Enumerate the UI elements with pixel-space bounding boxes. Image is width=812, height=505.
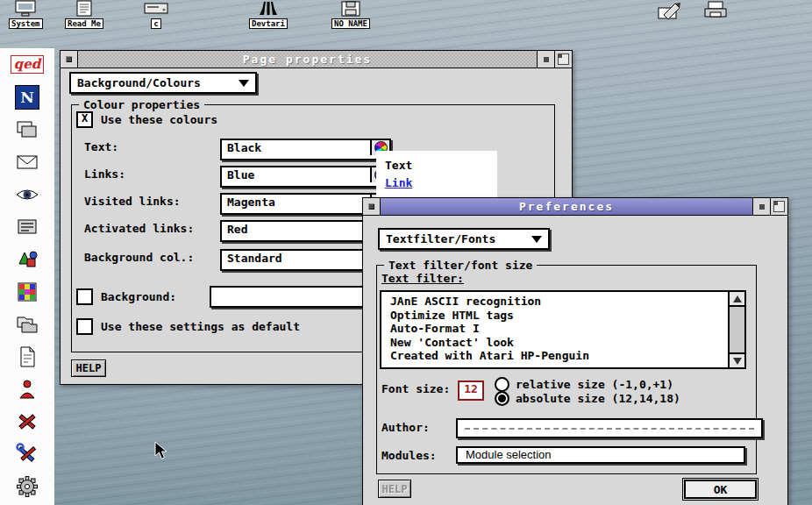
qed-logo: qed: [11, 55, 45, 74]
desktop-icon-devtari[interactable]: Devtari: [249, 0, 288, 29]
absolute-size-radio[interactable]: absolute size (12,14,18): [495, 391, 680, 406]
activated-links-colour-label: Activated links:: [84, 222, 194, 236]
window-title: Page properties: [78, 51, 537, 68]
fuller-icon: [773, 201, 785, 212]
dock-item-cardfile[interactable]: [0, 113, 54, 146]
iconify-button[interactable]: [752, 198, 770, 215]
gear-icon: [15, 474, 39, 499]
popup-label: Background/Colours: [77, 76, 201, 89]
dock-item-assistant[interactable]: [0, 373, 54, 405]
card-index-icon: [15, 117, 39, 142]
author-label: Author:: [381, 421, 430, 435]
disk-drive-icon: [142, 0, 170, 18]
dock-item-viewer[interactable]: [0, 178, 54, 210]
eye-icon: [15, 182, 39, 207]
printer-icon: [702, 0, 730, 21]
desktop-icon-label: Devtari: [249, 18, 288, 29]
textfilter-fonts-popup[interactable]: Textfilter/Fonts: [378, 228, 550, 250]
pencil-paper-icon: [656, 0, 682, 21]
red-figure-icon: [15, 377, 39, 402]
text-filter-list: JAnE ASCII recognition Optimize HTML tag…: [380, 290, 746, 369]
preferences-window: Preferences Textfilter/Fonts Text filter…: [362, 197, 788, 505]
close-button[interactable]: [363, 198, 381, 215]
scroll-down-button[interactable]: [730, 352, 744, 367]
popup-label: Textfilter/Fonts: [386, 232, 495, 245]
use-these-colours-checkbox[interactable]: X Use these colours: [76, 111, 217, 128]
wrench-screwdriver-icon: [15, 442, 39, 466]
group-title: Text filter/font size: [384, 259, 537, 272]
app-dock: qed N: [0, 48, 54, 505]
checkbox-label: Use these settings as default: [101, 320, 300, 333]
iconify-icon: [759, 204, 765, 210]
use-default-checkbox[interactable]: Use these settings as default: [76, 318, 300, 335]
text-colour-label: Text:: [84, 140, 118, 154]
red-tools-icon: [15, 409, 39, 434]
links-colour-label: Links:: [84, 167, 125, 181]
desktop-icon-printer[interactable]: [702, 0, 730, 21]
dock-item-browser-n[interactable]: N: [0, 81, 54, 113]
list-items: JAnE ASCII recognition Optimize HTML tag…: [381, 292, 728, 367]
dock-item-mail[interactable]: [0, 146, 54, 178]
radio-label: relative size (-1,0,+1): [516, 378, 673, 391]
help-button[interactable]: HELP: [378, 480, 411, 498]
up-arrow-icon: [733, 295, 742, 302]
desktop-icon-label: c: [151, 18, 160, 29]
pixel-grid-icon: [15, 280, 39, 304]
scroll-up-button[interactable]: [730, 292, 744, 307]
checkbox-box: [76, 318, 93, 335]
close-icon: [368, 203, 374, 210]
document-icon: [15, 345, 39, 369]
list-item[interactable]: Auto-Format I: [390, 322, 724, 336]
list-item[interactable]: Created with Atari HP-Penguin: [390, 349, 724, 363]
font-size-input[interactable]: 12: [458, 381, 484, 401]
group-title: Colour properties: [79, 98, 204, 111]
mouse-cursor: [154, 441, 168, 462]
desktop: System Read Me c Devtari NO NAME qed N: [0, 0, 812, 505]
fuller-button[interactable]: [554, 51, 572, 68]
dock-item-printer-tool[interactable]: [0, 210, 54, 243]
radio-label: absolute size (12,14,18): [516, 392, 680, 405]
desktop-icon-noname[interactable]: NO NAME: [331, 0, 370, 29]
dock-item-qed[interactable]: qed: [0, 48, 54, 81]
desktop-icon-drive[interactable]: c: [142, 0, 170, 29]
text-colour-field[interactable]: Black: [220, 139, 391, 160]
close-button[interactable]: [61, 51, 78, 68]
font-size-label: Font size:: [381, 382, 450, 396]
relative-size-radio[interactable]: relative size (-1,0,+1): [495, 377, 673, 392]
dock-item-toolbox[interactable]: [0, 405, 54, 437]
radio-circle: [495, 391, 509, 406]
dock-item-document[interactable]: [0, 340, 54, 373]
empty-field-dashes: [465, 428, 754, 430]
links-colour-field[interactable]: Blue: [220, 166, 391, 188]
background-checkbox[interactable]: Background:: [76, 288, 176, 305]
dock-item-paint[interactable]: [0, 275, 54, 308]
list-item[interactable]: Optimize HTML tags: [390, 309, 724, 323]
down-arrow-icon: [733, 358, 742, 365]
folder-pair-icon: [15, 312, 39, 337]
help-button[interactable]: HELP: [71, 359, 106, 377]
author-input[interactable]: [456, 418, 763, 438]
preferences-titlebar[interactable]: Preferences: [363, 198, 787, 216]
ok-button[interactable]: OK: [684, 480, 757, 499]
module-selection-button[interactable]: Module selection: [456, 446, 745, 464]
desktop-icon-notes[interactable]: [656, 0, 682, 21]
list-scrollbar[interactable]: [728, 292, 744, 367]
list-item[interactable]: JAnE ASCII recognition: [390, 295, 724, 309]
iconify-button[interactable]: [537, 51, 554, 68]
checkbox-box: [76, 288, 93, 305]
list-item[interactable]: New 'Contact' look: [390, 336, 724, 350]
chevron-down-icon: [239, 80, 249, 87]
dock-item-draw[interactable]: [0, 243, 54, 275]
page-properties-titlebar[interactable]: Page properties: [61, 51, 572, 68]
visited-links-colour-label: Visited links:: [84, 195, 181, 209]
dock-item-settings[interactable]: [0, 470, 54, 502]
background-colours-popup[interactable]: Background/Colours: [69, 72, 257, 94]
desktop-icon-system[interactable]: System: [9, 0, 43, 29]
fuller-button[interactable]: [770, 198, 787, 215]
atari-fuji-icon: [257, 0, 280, 18]
radio-circle: [495, 377, 509, 392]
dock-item-folders[interactable]: [0, 308, 54, 340]
desktop-icon-readme[interactable]: Read Me: [65, 0, 103, 29]
dock-item-setup[interactable]: [0, 437, 54, 470]
n-icon: N: [15, 85, 39, 110]
